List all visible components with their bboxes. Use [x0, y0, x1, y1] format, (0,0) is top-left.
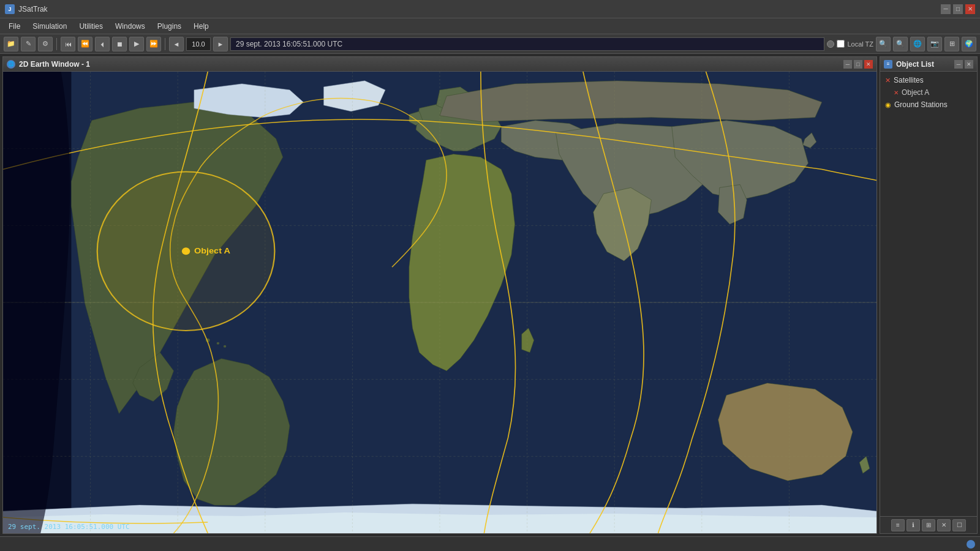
- local-tz-label: Local TZ: [847, 40, 873, 48]
- object-list-minimize[interactable]: ─: [954, 60, 963, 69]
- map-timestamp: 29 sept. 2013 16:05:51.000 UTC: [8, 523, 130, 531]
- menu-plugins[interactable]: Plugins: [151, 20, 187, 32]
- title-bar: J JSatTrak ─ □ ✕: [0, 0, 980, 18]
- earth-map[interactable]: Object A 29 sept. 2013 16:05:51.000 UTC: [3, 72, 876, 533]
- toolbar-prev-button[interactable]: ⏴: [95, 37, 110, 51]
- app-icon: J: [5, 4, 15, 14]
- object-list-titlebar: ≡ Object List ─ ✕: [880, 57, 977, 72]
- ground-stations-item[interactable]: ◉ Ground Stations: [880, 99, 977, 111]
- object-list-toolbar: ≡ ℹ ⊞ ✕ ☐: [880, 516, 977, 533]
- ground-stations-icon: ◉: [885, 101, 891, 109]
- toolbar-zoom-in-button[interactable]: 🔍: [893, 37, 908, 51]
- status-dot: [827, 40, 834, 48]
- ol-properties-button[interactable]: ≡: [891, 519, 905, 531]
- menu-simulation[interactable]: Simulation: [26, 20, 73, 32]
- object-list-tree: ✕ Satellites ✕ Object A ◉ Ground Station…: [880, 72, 977, 516]
- toolbar-edit-button[interactable]: ✎: [21, 37, 36, 51]
- toolbar-rewind-all-button[interactable]: ⏮: [61, 37, 75, 51]
- earth-window: 🌐 2D Earth Window - 1 ─ □ ✕: [2, 56, 877, 534]
- object-a-label: Object A: [902, 88, 929, 97]
- object-a-icon: ✕: [894, 89, 899, 96]
- toolbar-separator-1: [56, 38, 57, 50]
- close-button[interactable]: ✕: [965, 4, 975, 14]
- status-bar: [0, 536, 980, 551]
- satellites-category[interactable]: ✕ Satellites: [880, 74, 977, 86]
- window-controls: ─ □ ✕: [941, 4, 975, 14]
- toolbar-speed-down-button[interactable]: ◄: [169, 37, 184, 51]
- menu-utilities[interactable]: Utilities: [73, 20, 109, 32]
- menu-windows[interactable]: Windows: [109, 20, 151, 32]
- satellites-category-icon: ✕: [885, 77, 891, 84]
- toolbar-separator-2: [165, 38, 165, 50]
- toolbar-speed-up-button[interactable]: ►: [213, 37, 228, 51]
- main-area: 🌐 2D Earth Window - 1 ─ □ ✕: [0, 54, 980, 536]
- toolbar-zoom-globe-button[interactable]: 🌐: [910, 37, 925, 51]
- toolbar-extra-button[interactable]: 🌍: [962, 37, 976, 51]
- toolbar-window-button[interactable]: ⊞: [944, 37, 959, 51]
- toolbar-play-button[interactable]: ▶: [129, 37, 144, 51]
- earth-window-icon: 🌐: [7, 60, 15, 69]
- object-list-controls: ─ ✕: [954, 60, 973, 69]
- toolbar-speed-input[interactable]: 10.0: [186, 37, 211, 51]
- toolbar: 📁 ✎ ⚙ ⏮ ⏪ ⏴ ⏹ ▶ ⏩ ◄ 10.0 ► 29 sept. 2013…: [0, 34, 980, 54]
- menu-file[interactable]: File: [2, 20, 26, 32]
- earth-window-title: 2D Earth Window - 1: [19, 60, 843, 69]
- object-list-title: Object List: [896, 60, 954, 69]
- maximize-button[interactable]: □: [953, 4, 963, 14]
- ol-info-button[interactable]: ℹ: [907, 519, 920, 531]
- menu-bar: File Simulation Utilities Windows Plugin…: [0, 18, 980, 34]
- toolbar-right: Local TZ 🔍 🔍 🌐 📷 ⊞ 🌍: [827, 37, 976, 51]
- toolbar-settings-button[interactable]: ⚙: [38, 37, 53, 51]
- earth-window-titlebar: 🌐 2D Earth Window - 1 ─ □ ✕: [3, 57, 876, 72]
- app-title: JSatTrak: [18, 5, 941, 13]
- object-a-item[interactable]: ✕ Object A: [880, 86, 977, 99]
- ground-stations-label: Ground Stations: [894, 100, 948, 109]
- menu-help[interactable]: Help: [187, 20, 215, 32]
- svg-point-21: [182, 247, 190, 255]
- status-indicator: [967, 540, 975, 549]
- local-tz-checkbox[interactable]: [837, 40, 845, 48]
- satellites-category-label: Satellites: [894, 76, 924, 84]
- toolbar-datetime-input[interactable]: 29 sept. 2013 16:05:51.000 UTC: [230, 37, 824, 51]
- svg-point-4: [224, 345, 226, 348]
- toolbar-zoom-out-button[interactable]: 🔍: [876, 37, 891, 51]
- toolbar-open-button[interactable]: 📁: [4, 37, 18, 51]
- minimize-button[interactable]: ─: [941, 4, 951, 14]
- object-list-icon: ≡: [884, 60, 892, 69]
- toolbar-rewind-button[interactable]: ⏪: [78, 37, 92, 51]
- toolbar-camera-button[interactable]: 📷: [927, 37, 942, 51]
- toolbar-stop-button[interactable]: ⏹: [112, 37, 127, 51]
- svg-point-3: [217, 342, 219, 345]
- ol-remove-button[interactable]: ✕: [937, 519, 951, 531]
- earth-window-maximize[interactable]: □: [854, 60, 862, 69]
- ol-map-button[interactable]: ⊞: [922, 519, 935, 531]
- object-list-panel: ≡ Object List ─ ✕ ✕ Satellites ✕ Object …: [880, 56, 978, 534]
- world-map-svg: Object A: [3, 72, 876, 533]
- earth-window-minimize[interactable]: ─: [843, 60, 852, 69]
- earth-window-controls: ─ □ ✕: [843, 60, 873, 69]
- ol-clear-button[interactable]: ☐: [952, 519, 966, 531]
- object-list-close[interactable]: ✕: [965, 60, 973, 69]
- toolbar-fast-forward-button[interactable]: ⏩: [146, 37, 161, 51]
- svg-text:Object A: Object A: [194, 247, 230, 255]
- earth-window-close[interactable]: ✕: [864, 60, 873, 69]
